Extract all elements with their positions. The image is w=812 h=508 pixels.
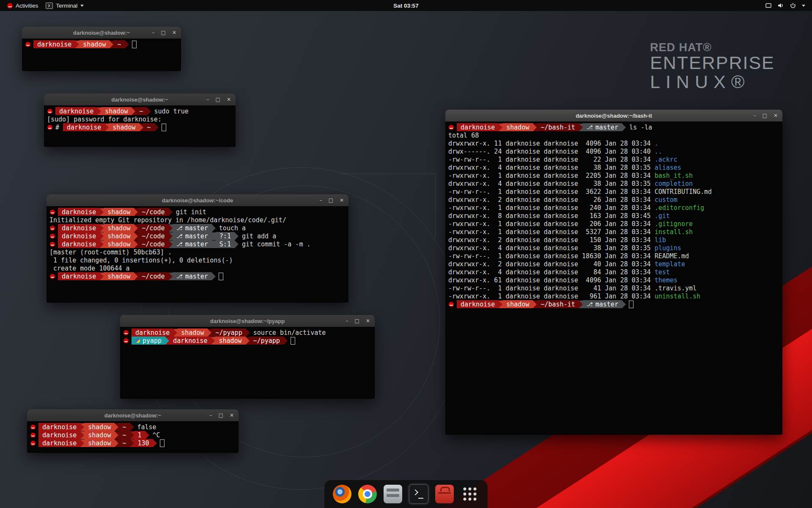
chrome-icon[interactable] — [358, 485, 377, 503]
powerline-separator — [579, 124, 583, 131]
prompt-segment-user: darknoise — [33, 40, 75, 48]
file-name: uninstall.sh — [655, 293, 700, 300]
prompt-segment-branch: ⎇master — [173, 224, 212, 232]
terminal-line: drwxrwxr-x. 2 darknoise darknoise 150 Ja… — [448, 236, 779, 244]
firefox-icon[interactable] — [333, 485, 351, 503]
toolbox-icon[interactable] — [435, 485, 454, 503]
output-text: -rw-rw-r--. 1 darknoise darknoise 41 Jan… — [448, 284, 655, 292]
output-text: drwxrwxr-x. 2 darknoise darknoise 26 Jan… — [448, 196, 655, 204]
volume-icon[interactable] — [777, 2, 784, 9]
prompt-segment-branch: ⎇master — [583, 300, 622, 308]
minimize-button[interactable]: – — [207, 97, 209, 102]
prompt-segment-path: ~/pyapp — [211, 329, 246, 337]
titlebar[interactable]: darknoise@shadow:~/pyapp – □ ✕ — [120, 315, 375, 327]
file-name: lib — [655, 236, 666, 244]
terminal-content[interactable]: darknoiseshadow~ — [22, 39, 181, 71]
terminal-content[interactable]: darknoiseshadow~falsedarknoiseshadow~1^C… — [27, 421, 239, 453]
prompt-segment-user: darknoise — [58, 232, 100, 240]
command-text: ^C — [149, 431, 160, 439]
titlebar[interactable]: darknoise@shadow:~ – □ ✕ — [22, 27, 181, 39]
maximize-button[interactable]: □ — [161, 30, 166, 35]
powerline-separator — [134, 208, 138, 216]
terminal-content[interactable]: darknoiseshadow~sudo true[sudo] password… — [44, 105, 236, 147]
terminal-line: darknoiseshadow~sudo true — [47, 107, 233, 115]
command-text: false — [134, 423, 156, 431]
minimize-button[interactable]: – — [346, 318, 348, 323]
maximize-button[interactable]: □ — [219, 413, 223, 418]
prompt-segment-branch: ⎇master — [173, 232, 212, 240]
powerline-separator — [499, 124, 502, 131]
branch-icon: ⎇ — [176, 241, 183, 247]
terminal-window-home-2[interactable]: darknoise@shadow:~ – □ ✕ darknoiseshadow… — [27, 409, 239, 453]
close-button[interactable]: ✕ — [366, 318, 370, 323]
redhat-icon — [123, 338, 129, 343]
close-button[interactable]: ✕ — [230, 413, 234, 418]
prompt-segment-exit: 1 — [134, 431, 145, 439]
maximize-button[interactable]: □ — [763, 113, 767, 118]
powerline-separator — [147, 108, 151, 115]
prompt-segment-host: shadow — [177, 329, 208, 337]
power-icon[interactable] — [790, 2, 796, 9]
close-button[interactable]: ✕ — [774, 113, 778, 118]
terminal-window-sudo[interactable]: darknoise@shadow:~ – □ ✕ darknoiseshadow… — [44, 94, 236, 147]
app-grid-icon[interactable] — [461, 485, 479, 503]
powerline-separator — [75, 41, 79, 48]
close-button[interactable]: ✕ — [172, 30, 176, 35]
titlebar[interactable]: darknoise@shadow:~ – □ ✕ — [27, 409, 239, 422]
terminal-window-code[interactable]: darknoise@shadow:~/code – □ ✕ darknoises… — [47, 194, 348, 303]
titlebar[interactable]: darknoise@shadow:~/bash-it – □ ✕ — [445, 110, 782, 122]
system-status-area[interactable] — [765, 0, 809, 11]
terminal-line: -rw-rw-r--. 1 darknoise darknoise 41 Jan… — [448, 284, 779, 292]
prompt-segment-user: darknoise — [38, 431, 80, 439]
terminal-content[interactable]: darknoiseshadow~/codegit initInitialized… — [47, 206, 348, 303]
terminal-icon[interactable] — [409, 484, 428, 504]
file-name: .editorconfig — [655, 204, 704, 212]
files-icon[interactable] — [384, 485, 402, 503]
powerline-separator — [533, 301, 537, 308]
maximize-button[interactable]: □ — [216, 97, 220, 102]
prompt-segment-user: darknoise — [457, 123, 499, 131]
file-name: README.md — [655, 252, 689, 260]
powerline-separator — [169, 240, 173, 248]
prompt-segment-host: shadow — [104, 224, 134, 232]
close-button[interactable]: ✕ — [227, 97, 231, 102]
minimize-button[interactable]: – — [152, 30, 155, 35]
app-menu-button[interactable]: Terminal — [42, 0, 88, 11]
prompt-segment-host: shadow — [109, 123, 139, 131]
titlebar[interactable]: darknoise@shadow:~ – □ ✕ — [44, 94, 236, 106]
terminal-window-home-1[interactable]: darknoise@shadow:~ – □ ✕ darknoiseshadow… — [22, 27, 181, 71]
prompt-segment-status: ?:1 — [216, 232, 235, 240]
powerline-separator — [100, 240, 104, 248]
redhat-icon — [47, 109, 52, 114]
terminal-content[interactable]: darknoiseshadow~/pyappsource bin/activat… — [120, 327, 375, 399]
display-icon[interactable] — [765, 2, 772, 9]
top-bar: Activities Terminal Sat 03:57 — [0, 0, 812, 11]
command-text: ls -la — [626, 124, 652, 131]
powerline-separator — [100, 224, 104, 232]
terminal-content[interactable]: darknoiseshadow~/bash-it⎇masterls -latot… — [445, 121, 782, 435]
terminal-window-pyapp[interactable]: darknoise@shadow:~/pyapp – □ ✕ darknoise… — [120, 315, 375, 399]
powerline-separator — [169, 224, 173, 232]
file-name: bash_it.sh — [655, 172, 693, 179]
powerline-separator — [212, 232, 216, 240]
redhat-icon — [123, 330, 129, 335]
prompt-segment-path: ~/code — [138, 224, 168, 232]
titlebar[interactable]: darknoise@shadow:~/code – □ ✕ — [47, 194, 348, 207]
minimize-button[interactable]: – — [210, 413, 212, 418]
command-text: git init — [173, 208, 206, 216]
terminal-line: create mode 100644 a — [49, 264, 346, 272]
powerline-separator — [125, 41, 129, 48]
powerline-separator — [246, 329, 250, 337]
activities-button[interactable]: Activities — [3, 0, 42, 11]
clock[interactable]: Sat 03:57 — [393, 3, 418, 9]
close-button[interactable]: ✕ — [340, 198, 344, 203]
minimize-button[interactable]: – — [754, 113, 756, 118]
maximize-button[interactable]: □ — [355, 318, 359, 323]
maximize-button[interactable]: □ — [329, 198, 333, 203]
command-text: touch a — [216, 224, 246, 232]
minimize-button[interactable]: – — [320, 198, 322, 203]
terminal-window-bash-it[interactable]: darknoise@shadow:~/bash-it – □ ✕ darknoi… — [445, 110, 782, 435]
app-menu-label: Terminal — [56, 3, 77, 9]
terminal-line: darknoiseshadow~/bash-it⎇master — [448, 300, 779, 308]
prompt-segment-host: shadow — [215, 337, 245, 345]
